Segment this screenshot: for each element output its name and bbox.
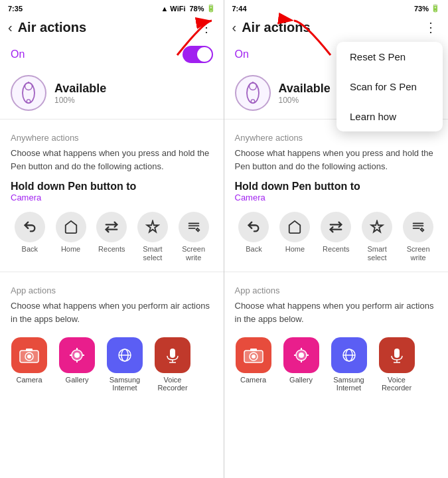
action-circle-home-1 <box>56 212 86 242</box>
app-icon-voice-2 <box>379 337 415 373</box>
pen-icon-1 <box>19 81 38 105</box>
action-circle-screen-2 <box>403 212 433 242</box>
action-label-home-1: Home <box>61 245 80 253</box>
app-icon-internet-1 <box>107 337 143 373</box>
more-button-1[interactable]: ⋮ <box>197 19 216 35</box>
app-icon-gallery-2 <box>283 337 319 373</box>
dropdown-learn-2[interactable]: Learn how <box>336 102 443 131</box>
section-anywhere-1: Anywhere actions <box>11 123 213 147</box>
svg-point-2 <box>25 83 33 90</box>
available-text-1: Available 100% <box>54 82 106 105</box>
app-label-camera-1: Camera <box>16 376 42 384</box>
available-label-1: Available <box>54 82 106 96</box>
svg-rect-11 <box>26 349 33 351</box>
divider-1a <box>0 119 224 120</box>
app-internet-2[interactable]: Samsung Internet <box>331 337 368 392</box>
action-label-screen-1: Screen write <box>175 245 213 262</box>
top-nav-1: ‹ Air actions ⋮ <box>0 15 224 39</box>
status-icons-2: 73% 🔋 <box>414 4 440 13</box>
back-button-1[interactable]: ‹ <box>8 20 13 35</box>
app-gallery-1[interactable]: Gallery <box>58 337 96 392</box>
page-title-2: Air actions <box>242 20 421 35</box>
available-section-1: Available 100% <box>11 68 213 115</box>
action-recents-2[interactable]: Recents <box>317 212 355 262</box>
hold-down-sub-2[interactable]: Camera <box>235 193 438 209</box>
action-circle-back-2 <box>238 212 269 242</box>
svg-point-10 <box>27 355 31 358</box>
hold-down-title-2: Hold down Pen button to <box>235 178 438 193</box>
section-app-desc-2: Choose what happens when you perform air… <box>235 299 438 331</box>
action-label-home-2: Home <box>285 245 305 253</box>
action-circle-screen-1 <box>179 212 209 242</box>
section-app-desc-1: Choose what happens when you perform air… <box>11 299 213 331</box>
app-camera-1[interactable]: Camera <box>11 337 48 392</box>
battery-text-1: 78% <box>189 5 204 13</box>
app-voice-1[interactable]: Voice Recorder <box>154 337 191 392</box>
action-home-2[interactable]: Home <box>275 212 314 262</box>
svg-point-26 <box>249 83 256 90</box>
dropdown-scan-2[interactable]: Scan for S Pen <box>336 72 443 102</box>
battery-icon-2: 🔋 <box>431 4 440 13</box>
dropdown-reset-2[interactable]: Reset S Pen <box>336 42 443 72</box>
app-label-camera-2: Camera <box>240 376 266 384</box>
toggle-switch-1[interactable] <box>183 46 213 63</box>
back-button-2[interactable]: ‹ <box>232 20 237 35</box>
divider-2b <box>224 272 449 272</box>
hold-down-sub-1[interactable]: Camera <box>11 193 213 209</box>
status-bar-1: 7:35 ▲ WiFi 78% 🔋 <box>0 0 224 15</box>
available-percent-2: 100% <box>279 96 331 105</box>
svg-point-34 <box>252 355 256 358</box>
action-back-2[interactable]: Back <box>235 212 273 262</box>
app-internet-1[interactable]: Samsung Internet <box>106 337 143 392</box>
action-recents-1[interactable]: Recents <box>92 212 131 262</box>
divider-1b <box>0 272 224 272</box>
actions-row-2: Back Home <box>235 209 438 268</box>
status-bar-2: 7:44 73% 🔋 <box>224 0 449 15</box>
svg-point-13 <box>74 353 80 358</box>
page-title-1: Air actions <box>18 20 197 35</box>
action-label-back-1: Back <box>22 245 38 253</box>
status-icons-1: ▲ WiFi 78% 🔋 <box>161 4 215 13</box>
action-back-1[interactable]: Back <box>11 212 49 262</box>
screen-2: 7:44 73% 🔋 ‹ Air actions ⋮ Re <box>224 0 449 478</box>
app-voice-2[interactable]: Voice Recorder <box>378 337 415 392</box>
app-icon-camera-2 <box>236 337 271 373</box>
action-home-1[interactable]: Home <box>52 212 90 262</box>
section-app-1: App actions <box>11 276 213 299</box>
app-label-gallery-1: Gallery <box>66 376 89 384</box>
available-percent-1: 100% <box>54 96 106 105</box>
app-label-gallery-2: Gallery <box>289 376 313 384</box>
more-button-2[interactable]: ⋮ <box>421 19 440 35</box>
action-label-smart-1: Smart select <box>133 245 172 262</box>
app-label-voice-2: Voice Recorder <box>378 376 415 392</box>
action-label-recents-2: Recents <box>323 245 349 253</box>
signal-icon-1: ▲ <box>161 5 168 13</box>
app-label-voice-1: Voice Recorder <box>154 376 191 392</box>
pen-icon-circle-2 <box>235 75 271 111</box>
action-circle-home-2 <box>279 212 310 242</box>
app-label-internet-1: Samsung Internet <box>106 376 143 392</box>
action-smart-select-1[interactable]: Smart select <box>133 212 172 262</box>
section-app-2: App actions <box>235 276 438 299</box>
action-screen-write-2[interactable]: Screen write <box>399 212 437 262</box>
svg-point-25 <box>247 83 259 104</box>
action-label-recents-1: Recents <box>98 245 125 253</box>
section-desc-2: Choose what happens when you press and h… <box>235 147 438 178</box>
app-camera-2[interactable]: Camera <box>235 337 272 392</box>
action-smart-select-2[interactable]: Smart select <box>358 212 396 262</box>
action-label-screen-2: Screen write <box>399 245 437 262</box>
action-screen-write-1[interactable]: Screen write <box>175 212 213 262</box>
battery-bar-1: 🔋 <box>206 4 216 13</box>
svg-rect-21 <box>170 349 175 358</box>
toggle-label-1: On <box>11 48 25 60</box>
app-gallery-2[interactable]: Gallery <box>283 337 320 392</box>
app-label-internet-2: Samsung Internet <box>331 376 368 392</box>
app-icon-internet-2 <box>331 337 367 373</box>
action-circle-smart-1 <box>137 212 168 242</box>
content-1: On Available 100% <box>0 39 224 478</box>
svg-rect-35 <box>250 349 257 351</box>
action-label-smart-2: Smart select <box>358 245 396 262</box>
available-label-2: Available <box>279 82 331 96</box>
svg-rect-45 <box>394 349 400 358</box>
pen-icon-2 <box>244 81 262 105</box>
